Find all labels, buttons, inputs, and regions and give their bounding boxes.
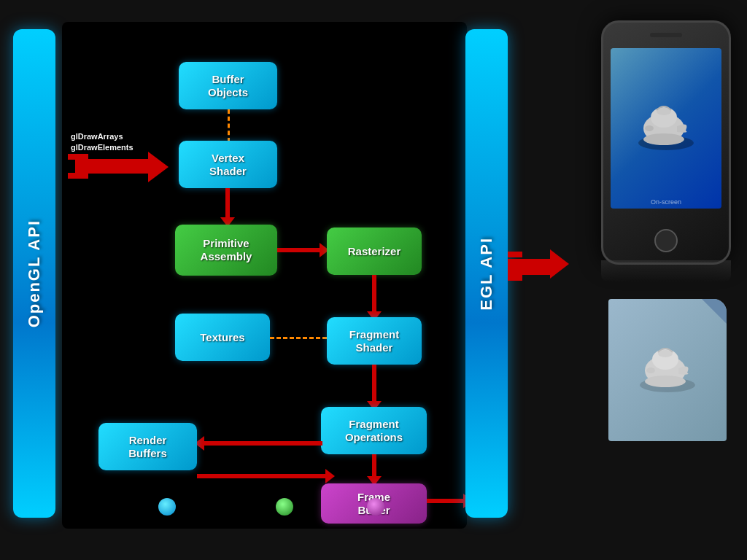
gl-draw-arrow-top [68, 154, 88, 160]
rasterizer-node: Rasterizer [327, 228, 422, 275]
gl-draw-arrow-shaft [75, 159, 148, 174]
rb-to-fb-head [325, 469, 335, 483]
svg-point-9 [646, 368, 655, 373]
egl-arrow-bottom-flange [508, 275, 522, 281]
phone-speaker [650, 33, 682, 37]
buffer-to-vertex-line [228, 109, 230, 142]
doc-corner [702, 299, 727, 324]
textures-to-frag-line [270, 337, 327, 339]
phone-screen: On-screen [611, 48, 721, 209]
gl-draw-arrow-head [148, 152, 169, 182]
egl-arrow-top-flange [508, 252, 522, 257]
dot-purple [367, 498, 384, 516]
document-output [608, 299, 727, 441]
render-buffers-label: RenderBuffers [128, 434, 167, 460]
textures-label: Textures [200, 331, 244, 344]
vertex-shader-node: VertexShader [179, 141, 277, 188]
fragment-operations-node: FragmentOperations [321, 407, 427, 454]
buffer-objects-node: BufferObjects [179, 62, 277, 109]
svg-point-5 [643, 133, 684, 145]
fragops-to-rb-line [204, 441, 322, 446]
doc-teapot-image [627, 338, 708, 403]
fragops-to-fb-line [372, 454, 376, 478]
teapot-image [626, 96, 706, 161]
gl-draw-arrays-text: glDrawArraysglDrawElements [71, 132, 133, 152]
gl-draw-arrow-bottom [68, 173, 88, 179]
gl-draw-label: glDrawArraysglDrawElements [71, 131, 133, 154]
buffer-objects-label: BufferObjects [208, 73, 248, 99]
svg-point-3 [645, 125, 654, 131]
prim-to-rast-line [277, 248, 321, 252]
rasterizer-label: Rasterizer [348, 245, 401, 258]
screen-label: On-screen [651, 198, 681, 206]
dot-blue [158, 498, 176, 516]
primitive-assembly-label: PrimitiveAssembly [201, 237, 252, 263]
rast-to-frag-line [372, 275, 376, 313]
egl-arrow-head [550, 249, 569, 279]
phone-device: On-screen [601, 20, 731, 265]
textures-node: Textures [175, 314, 270, 361]
vertex-shader-label: VertexShader [209, 152, 247, 178]
pipeline-area: BufferObjects VertexShader glDrawArraysg… [62, 22, 467, 529]
frag-to-fragops-line [372, 365, 376, 402]
rb-to-fb-line [197, 474, 327, 478]
egl-api-label: EGL API [477, 237, 496, 311]
fragment-shader-node: FragmentShader [327, 317, 422, 365]
svg-point-11 [645, 376, 686, 387]
render-buffers-node: RenderBuffers [98, 423, 197, 470]
phone-home-button [654, 229, 678, 252]
vertex-to-prim-line [225, 188, 230, 219]
fragment-shader-label: FragmentShader [349, 328, 399, 354]
primitive-assembly-node: PrimitiveAssembly [175, 225, 277, 276]
egl-arrow-body [508, 259, 551, 275]
egl-api-bar: EGL API [465, 29, 508, 518]
dot-green [276, 498, 293, 516]
opengl-api-label: OpenGL API [25, 219, 44, 327]
fb-to-egl-line [427, 499, 465, 503]
fragment-operations-label: FragmentOperations [345, 418, 403, 444]
opengl-api-bar: OpenGL API [13, 29, 55, 518]
phone-reflection [601, 260, 731, 282]
main-container: OpenGL API BufferObjects VertexShader gl… [0, 0, 747, 560]
